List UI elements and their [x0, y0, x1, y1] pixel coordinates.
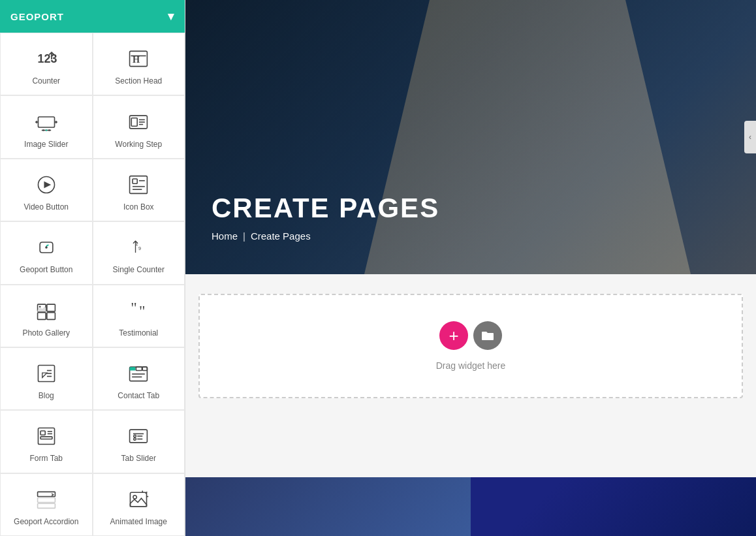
testimonial-label: Testimonial	[119, 328, 158, 338]
tab-slider-icon	[126, 424, 151, 449]
svg-rect-59	[131, 492, 147, 506]
widget-grid: 123 Counter H Section Head	[0, 33, 185, 536]
bottom-section	[185, 477, 756, 536]
sidebar-header: GEOPORT ▾	[0, 0, 185, 33]
svg-point-60	[133, 496, 136, 499]
svg-rect-46	[40, 431, 45, 435]
widget-item-geoport-accordion[interactable]: Geoport Accordion	[0, 473, 93, 536]
bottom-section-left	[185, 477, 471, 536]
svg-rect-29	[47, 304, 55, 311]
svg-point-54	[134, 438, 136, 441]
svg-point-52	[134, 435, 136, 438]
svg-rect-31	[47, 312, 55, 319]
blog-label: Blog	[39, 391, 54, 400]
geoport-accordion-label: Geoport Accordion	[14, 517, 78, 526]
hero-banner: ‹ CREATE PAGES Home | Create Pages	[185, 0, 756, 274]
svg-point-11	[48, 129, 50, 131]
widget-item-tab-slider[interactable]: Tab Slider	[93, 410, 185, 473]
geoport-button-icon	[34, 235, 59, 260]
form-tab-icon	[34, 424, 59, 449]
counter-label: Counter	[32, 76, 60, 86]
svg-rect-30	[37, 312, 46, 319]
svg-rect-13	[132, 118, 138, 126]
svg-rect-19	[130, 176, 148, 194]
photo-gallery-icon	[34, 298, 59, 323]
widget-item-working-step[interactable]: Working Step	[93, 95, 185, 158]
drop-zone-label: Drag widget here	[436, 360, 506, 371]
widget-item-form-tab[interactable]: Form Tab	[0, 410, 93, 473]
widget-item-image-slider[interactable]: Image Slider	[0, 95, 93, 158]
single-counter-icon: 1 9	[126, 235, 151, 260]
svg-rect-41	[136, 367, 142, 370]
sidebar-collapse-handle[interactable]: ‹	[744, 121, 756, 153]
tab-slider-label: Tab Slider	[121, 454, 156, 463]
svg-rect-47	[40, 437, 52, 439]
sidebar-chevron-icon[interactable]: ▾	[168, 9, 174, 24]
widget-item-video-button[interactable]: Video Button	[0, 159, 93, 221]
content-area: + Drag widget here	[185, 274, 756, 477]
hero-breadcrumb: Home | Create Pages	[212, 230, 730, 242]
svg-rect-58	[37, 503, 55, 508]
animated-image-icon	[126, 487, 151, 512]
svg-text:9: 9	[138, 246, 141, 251]
svg-rect-20	[133, 179, 137, 183]
breadcrumb-separator: |	[243, 230, 245, 242]
section-head-label: Section Head	[115, 76, 162, 86]
svg-marker-18	[44, 181, 51, 189]
svg-text:": "	[131, 300, 138, 316]
widget-item-blog[interactable]: Blog	[0, 347, 93, 410]
single-counter-label: Single Counter	[113, 265, 165, 274]
animated-image-label: Animated Image	[110, 517, 167, 526]
widget-item-testimonial[interactable]: " " Testimonial	[93, 285, 185, 347]
svg-point-24	[45, 247, 48, 249]
svg-rect-5	[38, 117, 54, 127]
blog-icon	[34, 361, 59, 386]
widget-item-counter[interactable]: 123 Counter	[0, 33, 93, 95]
folder-button[interactable]	[473, 321, 502, 350]
add-widget-button[interactable]: +	[439, 321, 468, 350]
photo-gallery-label: Photo Gallery	[22, 328, 70, 338]
main-content: ‹ CREATE PAGES Home | Create Pages + Dra…	[185, 0, 756, 536]
svg-point-10	[45, 129, 47, 131]
widget-item-icon-box[interactable]: Icon Box	[93, 159, 185, 221]
counter-icon: 123	[34, 46, 59, 71]
svg-rect-57	[37, 497, 55, 502]
image-slider-icon	[34, 110, 59, 134]
widget-item-animated-image[interactable]: Animated Image	[93, 473, 185, 536]
icon-box-icon	[126, 172, 151, 197]
svg-text:": "	[139, 302, 146, 319]
working-step-label: Working Step	[115, 140, 162, 149]
svg-rect-42	[143, 367, 148, 370]
contact-tab-label: Contact Tab	[118, 391, 159, 400]
section-head-icon: H	[126, 46, 151, 71]
svg-point-9	[42, 129, 44, 131]
geoport-button-label: Geoport Button	[20, 265, 72, 274]
geoport-accordion-icon	[34, 487, 59, 512]
sidebar-title: GEOPORT	[10, 11, 64, 22]
sidebar: GEOPORT ▾ 123 Counter H	[0, 0, 185, 536]
video-button-icon	[34, 172, 59, 197]
widget-item-section-head[interactable]: H Section Head	[93, 33, 185, 95]
svg-rect-45	[38, 428, 54, 445]
hero-title: CREATE PAGES	[212, 193, 730, 224]
svg-rect-40	[130, 367, 136, 370]
widget-item-single-counter[interactable]: 1 9 Single Counter	[93, 221, 185, 284]
video-button-label: Video Button	[24, 202, 69, 212]
form-tab-label: Form Tab	[30, 454, 63, 463]
drop-buttons: +	[439, 321, 502, 350]
widget-item-geoport-button[interactable]: Geoport Button	[0, 221, 93, 284]
icon-box-label: Icon Box	[123, 202, 154, 212]
breadcrumb-home[interactable]: Home	[212, 230, 238, 242]
image-slider-label: Image Slider	[24, 140, 68, 149]
drop-zone[interactable]: + Drag widget here	[198, 294, 743, 398]
working-step-icon	[126, 110, 151, 134]
widget-item-contact-tab[interactable]: Contact Tab	[93, 347, 185, 410]
testimonial-icon: " "	[126, 298, 151, 323]
contact-tab-icon	[126, 361, 151, 386]
breadcrumb-current: Create Pages	[251, 230, 311, 242]
widget-item-photo-gallery[interactable]: Photo Gallery	[0, 285, 93, 347]
